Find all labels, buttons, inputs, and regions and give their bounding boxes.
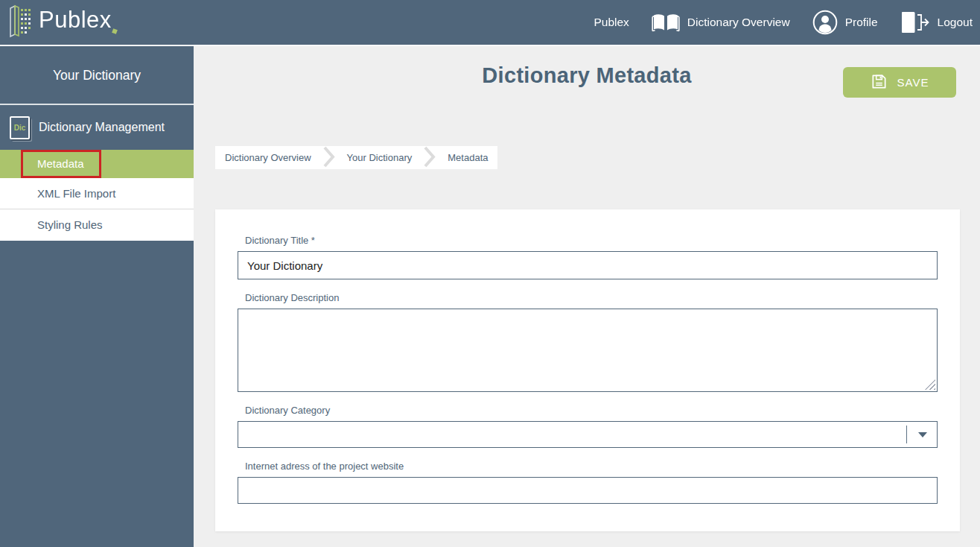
sidebar-item-styling-rules-label: Styling Rules — [37, 218, 103, 231]
nav-item-publex[interactable]: Publex — [594, 16, 629, 29]
dictionary-category-field: Dictionary Category — [238, 405, 938, 448]
metadata-form-card: Dictionary Title * Dictionary Descriptio… — [215, 209, 960, 531]
main-content: Dictionary Metadata SAVE Dictionary Over… — [194, 45, 980, 547]
save-button-label: SAVE — [897, 76, 929, 89]
nav-item-profile-label: Profile — [845, 16, 878, 29]
dictionary-description-textarea[interactable] — [238, 309, 938, 392]
select-divider — [906, 426, 907, 443]
sidebar-item-metadata[interactable]: Metadata — [0, 150, 194, 178]
chevron-right-icon — [322, 145, 336, 171]
save-floppy-icon — [871, 73, 888, 92]
breadcrumb-metadata[interactable]: Metadata — [438, 152, 497, 163]
project-website-field: Internet adress of the project website — [238, 461, 938, 504]
nav-item-dictionary-overview-label: Dictionary Overview — [687, 16, 790, 29]
nav-item-publex-label: Publex — [594, 16, 629, 29]
sidebar-item-xml-file-import[interactable]: XML File Import — [0, 178, 194, 209]
chevron-right-icon — [423, 145, 436, 171]
project-website-label: Internet adress of the project website — [245, 461, 938, 472]
nav-item-logout[interactable]: Logout — [900, 10, 973, 34]
nav-item-dictionary-overview[interactable]: Dictionary Overview — [652, 13, 790, 32]
sidebar-item-metadata-label: Metadata — [37, 157, 84, 170]
sidebar: Your Dictionary Dic Dictionary Managemen… — [0, 46, 194, 547]
sidebar-item-dictionary-management-label: Dictionary Management — [39, 121, 165, 134]
save-button[interactable]: SAVE — [843, 67, 956, 98]
dictionary-category-label: Dictionary Category — [245, 405, 938, 416]
logo-accent-mark — [112, 28, 118, 34]
nav-item-profile[interactable]: Profile — [812, 10, 878, 35]
sidebar-item-styling-rules[interactable]: Styling Rules — [0, 209, 194, 241]
dictionary-description-label: Dictionary Description — [245, 292, 938, 303]
navbar-menu: Publex Dictionary Overview — [594, 10, 980, 35]
publex-logo[interactable]: Publex — [0, 4, 117, 41]
breadcrumb: Dictionary Overview Your Dictionary Meta… — [215, 146, 497, 169]
dictionary-title-input[interactable] — [238, 251, 938, 279]
sidebar-item-xml-file-import-label: XML File Import — [37, 187, 115, 200]
sidebar-item-dictionary-management[interactable]: Dic Dictionary Management — [0, 105, 194, 150]
open-book-icon — [652, 13, 680, 32]
dictionary-category-select[interactable] — [238, 421, 938, 448]
profile-icon — [812, 10, 838, 35]
publex-logo-icon — [6, 4, 36, 41]
dictionary-title-label: Dictionary Title * — [245, 235, 938, 246]
breadcrumb-your-dictionary[interactable]: Your Dictionary — [337, 152, 422, 163]
logout-icon — [900, 10, 930, 34]
chevron-down-icon — [918, 432, 927, 437]
top-navbar: Publex Publex Dictionary Overview — [0, 0, 980, 45]
project-website-input[interactable] — [238, 477, 938, 504]
dic-document-icon: Dic — [10, 116, 30, 139]
breadcrumb-dictionary-overview[interactable]: Dictionary Overview — [215, 152, 321, 163]
sidebar-dictionary-title: Your Dictionary — [0, 46, 194, 105]
nav-item-logout-label: Logout — [938, 16, 973, 29]
publex-logo-text: Publex — [39, 4, 112, 37]
dictionary-description-field: Dictionary Description — [238, 292, 938, 392]
dictionary-title-field: Dictionary Title * — [238, 235, 938, 279]
